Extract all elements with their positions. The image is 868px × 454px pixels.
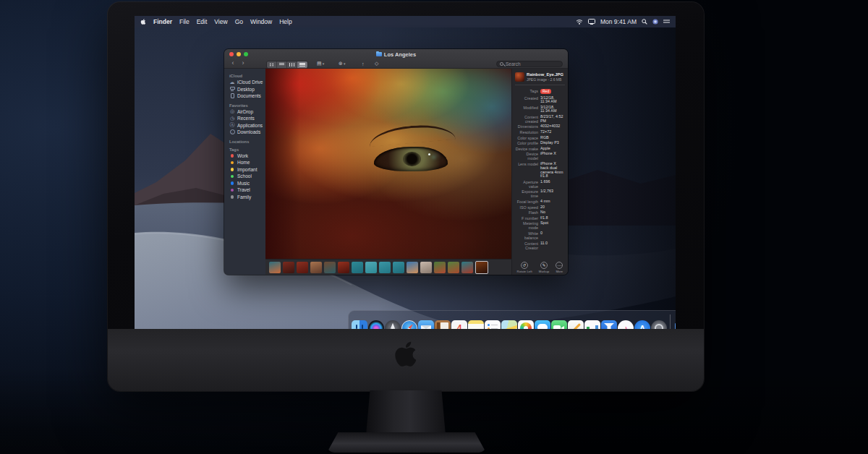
dock-facetime-icon[interactable] [551,320,567,329]
sidebar-item-label: Applications [237,123,263,128]
dock-safari-icon[interactable] [401,320,417,329]
share-button[interactable]: ↑ [362,60,365,67]
window-title: Los Angeles [224,51,568,58]
tag-badge-red[interactable]: Red [540,89,551,94]
menu-item-window[interactable]: Window [250,18,272,25]
thumbnail[interactable] [434,262,446,273]
column-view-icon [289,63,294,67]
notification-center-icon[interactable] [663,19,670,25]
appstore-glyph: A [634,320,650,329]
dock-folder-icon[interactable] [673,320,676,329]
sidebar-item-label: Family [237,194,251,200]
thumbnail[interactable] [352,262,363,273]
sidebar-item-icloud-drive[interactable]: ☁iCloud Drive [224,79,265,86]
thumbnail[interactable] [365,262,377,273]
menu-item-view[interactable]: View [214,18,227,25]
menu-item-help[interactable]: Help [279,18,292,25]
dock-numbers-icon[interactable] [584,320,600,329]
sidebar-item-family[interactable]: Family [224,194,265,201]
thumbnail[interactable] [448,262,459,273]
menu-item-file[interactable]: File [179,18,190,25]
tags-button[interactable]: ◇ [375,60,378,67]
sidebar-item-applications[interactable]: ⒶApplications [224,122,265,129]
menu-item-finder[interactable]: Finder [153,18,172,25]
gallery-view-button[interactable] [297,61,307,68]
display-mirroring-icon[interactable] [588,19,595,25]
markup-icon: ✎ [540,262,548,269]
thumbnail[interactable] [420,262,432,273]
list-view-icon [279,63,284,67]
menu-item-go[interactable]: Go [235,18,243,25]
forward-button[interactable]: › [239,60,247,67]
menu-clock[interactable]: Mon 9:41 AM [600,18,637,25]
dock-maps-icon[interactable] [501,320,517,329]
siri-menu-icon[interactable] [652,19,658,25]
meta-label: Exposure time [515,189,538,198]
quick-action-markup[interactable]: ✎Markup [539,262,549,273]
sidebar-item-downloads[interactable]: Downloads [224,129,265,136]
thumbnail[interactable] [338,262,349,273]
meta-label: Focal length [515,200,538,204]
thumbnail[interactable] [379,262,391,273]
sidebar-section-locations: Locations [229,140,265,144]
dock-launchpad-icon[interactable] [385,320,401,329]
quick-action-more[interactable]: ⋯More [556,262,563,273]
thumbnail[interactable] [297,262,308,273]
thumbnail[interactable] [393,262,404,273]
sidebar-item-home[interactable]: Home [224,159,265,166]
dock-keynote-icon[interactable] [601,320,617,329]
list-view-button[interactable] [277,61,287,68]
meta-value: 1.696 [540,180,565,189]
meta-value: No [540,210,565,215]
dock-finder-icon[interactable] [352,320,367,329]
thumbnail[interactable] [324,262,336,273]
apple-menu-icon[interactable] [140,19,146,25]
sidebar-item-desktop[interactable]: Desktop [224,86,265,93]
dock-contacts-icon[interactable] [435,320,451,329]
thumbnail[interactable] [283,262,294,273]
sidebar-item-music[interactable]: Music [224,180,265,187]
menu-item-edit[interactable]: Edit [197,18,208,25]
meta-label: Aperture value [515,180,538,189]
document-icon [229,93,235,99]
dock-itunes-icon[interactable]: ♪ [618,320,634,329]
sidebar-item-travel[interactable]: Travel [224,187,265,194]
thumbnail[interactable] [310,262,322,273]
dock-mail-icon[interactable] [418,320,434,329]
dock-messages-icon[interactable] [535,320,550,329]
column-view-button[interactable] [287,61,297,68]
spotlight-icon[interactable] [642,19,647,25]
cloud-icon: ☁ [229,80,235,85]
back-button[interactable]: ‹ [229,60,237,67]
photo-rainbow-eye[interactable] [265,69,511,259]
sidebar-item-important[interactable]: Important [224,166,265,174]
sidebar-item-airdrop[interactable]: ◎AirDrop [224,108,265,116]
dock-calendar-icon[interactable]: 4 [451,320,467,329]
dock-appstore-icon[interactable]: A [634,320,650,329]
sidebar-item-label: Work [237,153,248,158]
thumbnail[interactable] [461,262,473,273]
group-button[interactable]: ▤ ▾ [317,60,324,67]
window-titlebar[interactable]: Los Angeles [224,49,568,59]
thumbnail[interactable] [407,262,418,273]
dock-pages-icon[interactable] [568,320,584,329]
dock-siri-icon[interactable] [368,320,384,329]
dock-photos-icon[interactable] [518,320,534,329]
quick-action-rotate-left[interactable]: ↺Rotate Left [517,262,532,273]
thumbnail[interactable] [269,262,281,273]
meta-label: Device model [515,152,538,160]
tag-icon: ◇ [375,61,378,67]
thumbnail-selected[interactable] [475,261,488,274]
dock-notes-icon[interactable] [468,320,484,329]
icon-view-button[interactable] [267,61,277,68]
sidebar-item-label: Home [237,160,250,165]
sidebar-item-documents[interactable]: Documents [224,93,265,100]
action-button[interactable]: ⊛ ▾ [339,60,345,67]
dock-reminders-icon[interactable] [485,320,501,329]
search-input[interactable]: Search [496,61,563,67]
wifi-icon[interactable] [576,19,583,25]
sidebar-item-recents[interactable]: ◷Recents [224,115,265,122]
sidebar-item-school[interactable]: School [224,173,265,180]
dock-preferences-icon[interactable] [651,320,667,329]
sidebar-item-work[interactable]: Work [224,153,265,160]
